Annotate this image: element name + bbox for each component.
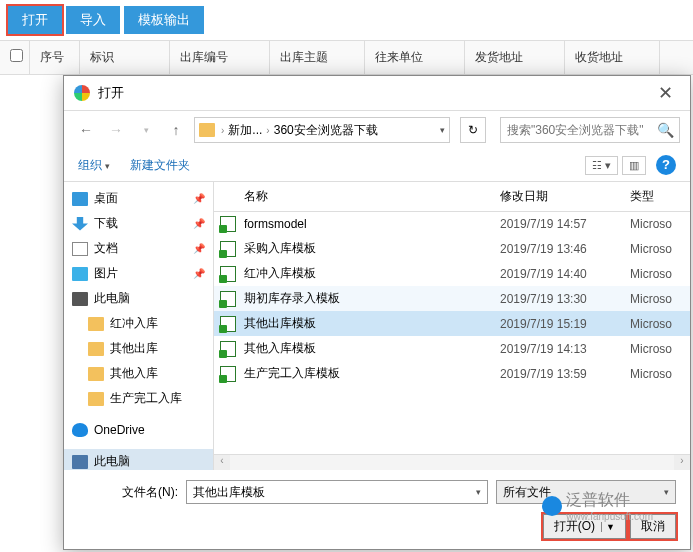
excel-file-icon bbox=[220, 266, 236, 282]
col-header-name[interactable]: 名称 bbox=[214, 188, 500, 205]
file-type: Microso bbox=[630, 342, 690, 356]
dialog-title: 打开 bbox=[98, 84, 650, 102]
file-row[interactable]: 采购入库模板2019/7/19 13:46Microso bbox=[214, 236, 690, 261]
tree-documents[interactable]: 文档📌 bbox=[64, 236, 213, 261]
dialog-toolbar: 组织 ▾ 新建文件夹 ☷ ▾ ▥ ? bbox=[64, 149, 690, 182]
col-recv-addr: 收货地址 bbox=[565, 41, 660, 74]
dialog-titlebar[interactable]: 打开 ✕ bbox=[64, 76, 690, 111]
breadcrumb-dropdown-icon[interactable]: ▾ bbox=[440, 125, 445, 135]
file-date: 2019/7/19 15:19 bbox=[500, 317, 630, 331]
tree-desktop[interactable]: 桌面📌 bbox=[64, 186, 213, 211]
excel-file-icon bbox=[220, 341, 236, 357]
tree-sub4[interactable]: 生产完工入库 bbox=[64, 386, 213, 411]
folder-icon bbox=[88, 367, 104, 381]
file-row[interactable]: formsmodel2019/7/19 14:57Microso bbox=[214, 212, 690, 236]
file-type: Microso bbox=[630, 217, 690, 231]
file-open-dialog: 打开 ✕ ← → ▾ ↑ › 新加... › 360安全浏览器下载 ▾ ↻ 🔍 … bbox=[63, 75, 691, 550]
scroll-left-icon[interactable]: ‹ bbox=[214, 455, 230, 470]
tree-sub1[interactable]: 红冲入库 bbox=[64, 311, 213, 336]
select-all-col[interactable] bbox=[0, 41, 30, 74]
top-toolbar: 打开 导入 模板输出 bbox=[0, 0, 693, 40]
nav-bar: ← → ▾ ↑ › 新加... › 360安全浏览器下载 ▾ ↻ 🔍 bbox=[64, 111, 690, 149]
breadcrumb-item-2[interactable]: 360安全浏览器下载 bbox=[270, 122, 382, 139]
picture-icon bbox=[72, 267, 88, 281]
file-type: Microso bbox=[630, 317, 690, 331]
select-all-checkbox[interactable] bbox=[10, 49, 23, 62]
recent-dropdown[interactable]: ▾ bbox=[134, 118, 158, 142]
file-name: 其他入库模板 bbox=[244, 340, 500, 357]
file-name: 生产完工入库模板 bbox=[244, 365, 500, 382]
breadcrumb-item-1[interactable]: 新加... bbox=[224, 122, 266, 139]
excel-file-icon bbox=[220, 291, 236, 307]
nav-tree[interactable]: 桌面📌 下载📌 文档📌 图片📌 此电脑 红冲入库 其他出库 其他入库 生产完工入… bbox=[64, 182, 214, 470]
search-input[interactable] bbox=[507, 123, 657, 137]
desktop-icon bbox=[72, 192, 88, 206]
organize-menu[interactable]: 组织 ▾ bbox=[78, 157, 110, 174]
file-type: Microso bbox=[630, 292, 690, 306]
preview-pane-button[interactable]: ▥ bbox=[622, 156, 646, 175]
search-box[interactable]: 🔍 bbox=[500, 117, 680, 143]
tree-downloads[interactable]: 下载📌 bbox=[64, 211, 213, 236]
folder-icon bbox=[199, 123, 215, 137]
watermark-icon bbox=[542, 496, 562, 516]
file-name: 期初库存录入模板 bbox=[244, 290, 500, 307]
col-outbound-no: 出库编号 bbox=[170, 41, 270, 74]
col-ship-addr: 发货地址 bbox=[465, 41, 565, 74]
filename-input[interactable]: 其他出库模板▾ bbox=[186, 480, 488, 504]
file-date: 2019/7/19 14:57 bbox=[500, 217, 630, 231]
file-row[interactable]: 其他出库模板2019/7/19 15:19Microso bbox=[214, 311, 690, 336]
file-name: 红冲入库模板 bbox=[244, 265, 500, 282]
pc-icon bbox=[72, 292, 88, 306]
cloud-icon bbox=[72, 423, 88, 437]
file-row[interactable]: 红冲入库模板2019/7/19 14:40Microso bbox=[214, 261, 690, 286]
folder-icon bbox=[88, 317, 104, 331]
file-date: 2019/7/19 14:13 bbox=[500, 342, 630, 356]
folder-icon bbox=[88, 342, 104, 356]
tree-sub3[interactable]: 其他入库 bbox=[64, 361, 213, 386]
col-serial: 序号 bbox=[30, 41, 80, 74]
file-type: Microso bbox=[630, 267, 690, 281]
close-icon[interactable]: ✕ bbox=[650, 82, 680, 104]
watermark: 泛普软件www.fanpusoft.com bbox=[542, 490, 653, 522]
horizontal-scrollbar[interactable]: ‹ › bbox=[214, 454, 690, 470]
file-date: 2019/7/19 13:59 bbox=[500, 367, 630, 381]
table-header: 序号 标识 出库编号 出库主题 往来单位 发货地址 收货地址 bbox=[0, 40, 693, 75]
dialog-main: 桌面📌 下载📌 文档📌 图片📌 此电脑 红冲入库 其他出库 其他入库 生产完工入… bbox=[64, 182, 690, 470]
col-header-date[interactable]: 修改日期 bbox=[500, 188, 630, 205]
file-list-header: 名称 修改日期 类型 bbox=[214, 182, 690, 212]
document-icon bbox=[72, 242, 88, 256]
forward-button[interactable]: → bbox=[104, 118, 128, 142]
scroll-track[interactable] bbox=[230, 455, 674, 470]
open-button[interactable]: 打开 bbox=[8, 6, 62, 34]
help-button[interactable]: ? bbox=[656, 155, 676, 175]
new-folder-button[interactable]: 新建文件夹 bbox=[130, 157, 190, 174]
excel-file-icon bbox=[220, 216, 236, 232]
dialog-app-icon bbox=[74, 85, 90, 101]
import-button[interactable]: 导入 bbox=[66, 6, 120, 34]
tree-this-pc[interactable]: 此电脑 bbox=[64, 286, 213, 311]
breadcrumb[interactable]: › 新加... › 360安全浏览器下载 ▾ bbox=[194, 117, 450, 143]
file-name: 其他出库模板 bbox=[244, 315, 500, 332]
file-list[interactable]: formsmodel2019/7/19 14:57Microso采购入库模板20… bbox=[214, 212, 690, 454]
refresh-button[interactable]: ↻ bbox=[460, 117, 486, 143]
tree-pictures[interactable]: 图片📌 bbox=[64, 261, 213, 286]
back-button[interactable]: ← bbox=[74, 118, 98, 142]
template-output-button[interactable]: 模板输出 bbox=[124, 6, 204, 34]
file-panel: 名称 修改日期 类型 formsmodel2019/7/19 14:57Micr… bbox=[214, 182, 690, 470]
file-row[interactable]: 生产完工入库模板2019/7/19 13:59Microso bbox=[214, 361, 690, 386]
file-type: Microso bbox=[630, 242, 690, 256]
tree-onedrive[interactable]: OneDrive bbox=[64, 419, 213, 441]
tree-this-pc-2[interactable]: 此电脑 bbox=[64, 449, 213, 470]
view-mode-button[interactable]: ☷ ▾ bbox=[585, 156, 618, 175]
download-icon bbox=[72, 217, 88, 231]
file-type: Microso bbox=[630, 367, 690, 381]
file-row[interactable]: 其他入库模板2019/7/19 14:13Microso bbox=[214, 336, 690, 361]
scroll-right-icon[interactable]: › bbox=[674, 455, 690, 470]
col-outbound-subject: 出库主题 bbox=[270, 41, 365, 74]
up-button[interactable]: ↑ bbox=[164, 118, 188, 142]
excel-file-icon bbox=[220, 366, 236, 382]
file-row[interactable]: 期初库存录入模板2019/7/19 13:30Microso bbox=[214, 286, 690, 311]
search-icon[interactable]: 🔍 bbox=[657, 122, 674, 138]
tree-sub2[interactable]: 其他出库 bbox=[64, 336, 213, 361]
col-header-type[interactable]: 类型 bbox=[630, 188, 690, 205]
